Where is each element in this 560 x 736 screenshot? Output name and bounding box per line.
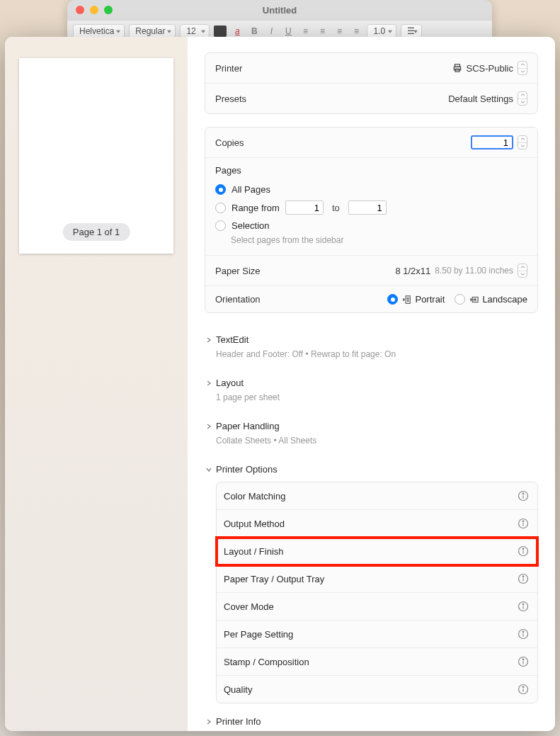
chevron-right-icon [206,337,212,343]
section-textedit[interactable]: TextEdit Header and Footer: Off • Rewrap… [205,326,538,369]
italic-icon[interactable]: I [265,26,278,36]
option-layout-finish-label: Layout / Finish [224,546,284,557]
paper-size-label: Paper Size [215,266,261,276]
section-printer-info-title: Printer Info [216,716,261,727]
titlebar: Untitled [67,0,492,20]
text-color-swatch[interactable] [214,26,227,37]
info-icon[interactable] [518,573,529,584]
align-justify-icon[interactable]: ≡ [350,26,362,36]
info-icon[interactable] [518,601,529,612]
svg-point-22 [522,686,524,688]
copies-input[interactable] [471,135,513,149]
printer-presets-group: Printer SCS-Public Presets Default Setti… [205,52,538,114]
svg-point-16 [522,604,524,605]
section-textedit-title: TextEdit [216,334,248,345]
pages-range-label: Range from [232,203,280,213]
print-preview-pane: Page 1 of 1 [5,37,188,731]
window-title: Untitled [67,5,492,16]
printer-label: Printer [215,63,242,74]
chevron-right-icon [206,380,212,386]
option-color-matching-label: Color Matching [224,491,285,502]
pages-block: Pages All Pages Range from to Selection … [205,158,537,256]
preview-page[interactable]: Page 1 of 1 [19,58,173,254]
align-right-icon[interactable]: ≡ [333,26,345,36]
portrait-icon [401,295,411,305]
option-paper-tray-label: Paper Tray / Output Tray [224,574,324,584]
svg-point-20 [522,659,524,660]
section-layout[interactable]: Layout 1 page per sheet [205,369,538,412]
option-stamp-composition-label: Stamp / Composition [224,657,309,667]
underline-icon[interactable]: U [282,26,295,36]
option-quality-label: Quality [224,684,252,695]
list-style-select[interactable]: ☰ [401,24,422,38]
pages-range-row[interactable]: Range from to [215,198,527,217]
orientation-landscape-radio[interactable] [455,294,465,305]
pages-all-row[interactable]: All Pages [215,181,527,198]
orientation-portrait-option[interactable]: Portrait [387,294,445,305]
pages-range-radio[interactable] [215,203,226,213]
option-layout-finish[interactable]: Layout / Finish [217,538,537,565]
section-paper-handling-title: Paper Handling [216,421,280,431]
copies-stepper[interactable] [518,135,527,149]
pages-selection-radio[interactable] [215,220,226,231]
line-spacing-select[interactable]: 1.0 [367,24,396,38]
info-icon[interactable] [518,545,529,557]
orientation-landscape-label: Landscape [482,294,527,305]
print-dialog: Page 1 of 1 Printer SCS-Public Presets [5,37,555,731]
presets-row[interactable]: Presets Default Settings [205,84,537,113]
info-icon[interactable] [518,518,529,529]
printer-icon [452,63,462,73]
page-indicator: Page 1 of 1 [63,223,130,241]
pages-selection-row[interactable]: Selection [215,217,527,234]
bold-icon[interactable]: B [248,26,261,36]
option-cover-mode[interactable]: Cover Mode [217,593,537,621]
section-printer-info[interactable]: Printer Info [205,708,538,731]
option-per-page-setting-label: Per Page Setting [224,629,293,640]
option-output-method[interactable]: Output Method [217,510,537,538]
page-setup-group: Copies Pages All Pages Range fr [205,127,538,313]
info-icon[interactable] [518,656,529,667]
option-per-page-setting[interactable]: Per Page Setting [217,621,537,648]
svg-point-18 [522,631,524,633]
info-icon[interactable] [518,684,529,695]
text-color-icon[interactable]: a [231,26,244,36]
section-printer-options[interactable]: Printer Options Color Matching Output Me… [205,455,538,708]
paper-size-stepper-icon[interactable] [518,264,527,278]
svg-point-10 [522,521,524,522]
section-layout-sub: 1 page per sheet [216,392,538,402]
align-center-icon[interactable]: ≡ [316,26,328,36]
presets-label: Presets [215,94,246,104]
range-to-input[interactable] [348,200,387,215]
align-left-icon[interactable]: ≡ [299,26,312,36]
textedit-window: Untitled Helvetica Regular 12 a B I U ≡ … [67,0,492,43]
paper-size-row[interactable]: Paper Size 8 1/2x11 8.50 by 11.00 inches [205,256,537,286]
svg-point-12 [522,548,524,550]
font-family-select[interactable]: Helvetica [73,24,125,38]
section-layout-title: Layout [216,378,244,388]
info-icon[interactable] [518,628,529,640]
orientation-portrait-radio[interactable] [387,294,398,305]
paper-size-dimensions: 8.50 by 11.00 inches [435,266,513,276]
printer-row[interactable]: Printer SCS-Public [205,53,537,84]
option-stamp-composition[interactable]: Stamp / Composition [217,648,537,676]
presets-stepper-icon[interactable] [518,91,527,106]
info-icon[interactable] [518,490,529,502]
orientation-landscape-option[interactable]: Landscape [455,294,527,305]
option-color-matching[interactable]: Color Matching [217,482,537,510]
printer-value: SCS-Public [467,63,513,74]
section-paper-handling[interactable]: Paper Handling Collate Sheets • All Shee… [205,412,538,455]
option-output-method-label: Output Method [224,519,285,529]
font-weight-select[interactable]: Regular [129,24,176,38]
pages-selection-label: Selection [232,220,269,231]
range-to-label: to [332,203,340,213]
option-quality[interactable]: Quality [217,676,537,703]
orientation-row: Orientation Portrait Landscape [205,286,537,312]
landscape-icon [469,295,479,305]
font-size-select[interactable]: 12 [180,24,210,38]
option-paper-tray[interactable]: Paper Tray / Output Tray [217,565,537,593]
printer-stepper-icon[interactable] [518,61,527,75]
range-from-input[interactable] [285,200,324,215]
svg-point-4 [408,298,409,299]
svg-point-14 [522,576,524,577]
pages-all-radio[interactable] [215,184,226,195]
